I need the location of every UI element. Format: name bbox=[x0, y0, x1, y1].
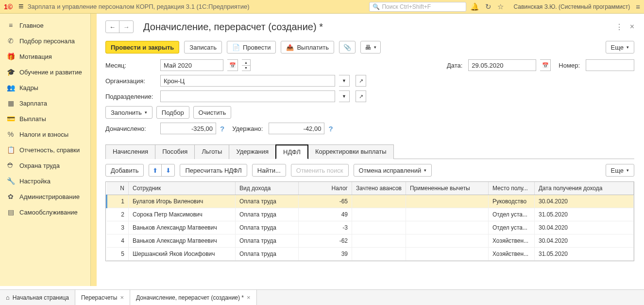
table-row[interactable]: 4Ваньков Александр МатвеевичОплата труда… bbox=[107, 234, 634, 248]
fill-button[interactable]: Заполнить bbox=[105, 106, 153, 119]
menu-icon[interactable]: ≡ bbox=[18, 1, 24, 12]
table-row[interactable]: 3Ваньков Александр МатвеевичОплата труда… bbox=[107, 221, 634, 234]
org-input[interactable]: Крон-Ц bbox=[160, 75, 335, 87]
close-icon[interactable]: × bbox=[630, 22, 634, 32]
nav-label: Зарплата bbox=[19, 100, 47, 107]
nav-icon: 👥 bbox=[7, 84, 15, 91]
nav-label: Администрирование bbox=[19, 193, 80, 200]
pick-button[interactable]: Подбор bbox=[156, 106, 189, 119]
sidebar-item-12[interactable]: ▤Самообслуживание bbox=[0, 204, 90, 220]
tab-5[interactable]: Корректировки выплаты bbox=[308, 144, 394, 159]
tabs: НачисленияПособияЛьготыУдержанияНДФЛКорр… bbox=[105, 144, 634, 159]
pay-button[interactable]: 📤Выплатить bbox=[281, 41, 334, 54]
sidebar-item-3[interactable]: 🎓Обучение и развитие bbox=[0, 64, 90, 80]
nav-label: Отчетность, справки bbox=[19, 146, 80, 154]
col-header[interactable]: Примененные вычеты bbox=[406, 182, 488, 195]
sidebar-item-2[interactable]: 🎁Мотивация bbox=[0, 49, 90, 64]
table-row[interactable]: 1Булатов Игорь ВиленовичОплата труда-65Р… bbox=[107, 195, 634, 208]
accrued-label: Доначислено: bbox=[105, 125, 156, 132]
nav-label: Мотивация bbox=[19, 53, 52, 60]
month-spinner[interactable]: ▲▼ bbox=[242, 59, 251, 71]
table-row[interactable]: 5Шершанский Яков ИосифовичОплата труда39… bbox=[107, 248, 634, 261]
sidebar-item-6[interactable]: 💳Выплаты bbox=[0, 111, 90, 126]
sidebar-item-9[interactable]: ⛑Охрана труда bbox=[0, 158, 90, 173]
tab-2[interactable]: Льготы bbox=[194, 144, 229, 159]
find-button[interactable]: Найти... bbox=[252, 164, 286, 177]
nav-icon: 📋 bbox=[7, 146, 15, 154]
post-close-button[interactable]: Провести и закрыть bbox=[105, 41, 179, 54]
post-button[interactable]: 📄Провести bbox=[227, 41, 276, 54]
col-header[interactable]: Место полу... bbox=[488, 182, 534, 195]
topbar: 1© ≡ Зарплата и управление персоналом КО… bbox=[0, 0, 644, 14]
search-icon: 🔍 bbox=[373, 3, 380, 10]
more-button[interactable]: Еще bbox=[606, 41, 634, 54]
sidebar-item-8[interactable]: 📋Отчетность, справки bbox=[0, 142, 90, 158]
table-more-button[interactable]: Еще bbox=[606, 164, 634, 177]
date-calendar-icon[interactable]: 📅 bbox=[540, 59, 551, 71]
nav-icon: ▦ bbox=[7, 99, 15, 107]
pay-icon: 📤 bbox=[286, 44, 294, 51]
data-table: NСотрудникВид доходаНалогЗачтено авансов… bbox=[105, 181, 634, 261]
back-button[interactable]: ← bbox=[106, 21, 119, 33]
sidebar-item-1[interactable]: ✆Подбор персонала bbox=[0, 33, 90, 49]
forward-button[interactable]: → bbox=[119, 21, 133, 33]
col-header[interactable]: Налог bbox=[299, 182, 352, 195]
tab-4[interactable]: НДФЛ bbox=[275, 144, 308, 159]
search-input[interactable]: 🔍 Поиск Ctrl+Shift+F bbox=[369, 2, 466, 12]
history-icon[interactable]: ↻ bbox=[485, 2, 491, 11]
col-header[interactable]: Дата получения дохода bbox=[534, 182, 633, 195]
print-icon: 🖶 bbox=[365, 44, 371, 51]
dept-open-icon[interactable]: ↗ bbox=[356, 90, 366, 102]
number-input[interactable] bbox=[586, 59, 634, 71]
add-button[interactable]: Добавить bbox=[105, 164, 144, 177]
tab-0[interactable]: Начисления bbox=[105, 144, 155, 159]
date-input[interactable]: 29.05.2020 bbox=[468, 59, 536, 71]
col-header[interactable]: N bbox=[107, 182, 129, 195]
attach-button[interactable]: 📎 bbox=[339, 41, 356, 54]
sidebar-item-10[interactable]: 🔧Настройка bbox=[0, 173, 90, 189]
move-up-icon[interactable]: ⬆ bbox=[149, 164, 162, 176]
calendar-icon[interactable]: 📅 bbox=[227, 59, 238, 71]
nav-icon: 🎁 bbox=[7, 53, 15, 60]
sidebar-item-4[interactable]: 👥Кадры bbox=[0, 80, 90, 95]
main-content: ← → Доначисление, перерасчет (создание) … bbox=[91, 14, 644, 286]
month-label: Месяц: bbox=[105, 62, 156, 69]
sidebar-item-0[interactable]: ≡Главное bbox=[0, 18, 90, 33]
nav-label: Налоги и взносы bbox=[19, 131, 68, 138]
dept-dropdown-icon[interactable]: ▼ bbox=[339, 90, 350, 102]
tab-3[interactable]: Удержания bbox=[229, 144, 276, 159]
print-button[interactable]: 🖶 bbox=[360, 41, 381, 54]
more-menu-icon[interactable]: ⋮ bbox=[615, 22, 623, 32]
table-row[interactable]: 2Сорока Петр МаксимовичОплата труда49Отд… bbox=[107, 208, 634, 221]
help-icon[interactable]: ? bbox=[220, 125, 224, 133]
user-info[interactable]: Савинская З.Ю. (Системный программист) bbox=[513, 3, 630, 10]
accrued-input[interactable]: -325,00 bbox=[160, 123, 216, 134]
org-label: Организация: bbox=[105, 77, 156, 85]
sidebar-item-11[interactable]: ✿Администрирование bbox=[0, 189, 90, 204]
move-down-icon[interactable]: ⬇ bbox=[162, 164, 174, 176]
star-icon[interactable]: ☆ bbox=[497, 2, 504, 11]
nav-label: Охрана труда bbox=[19, 162, 60, 169]
bell-icon[interactable]: 🔔 bbox=[470, 2, 479, 11]
sidebar-item-7[interactable]: %Налоги и взносы bbox=[0, 126, 90, 142]
write-button[interactable]: Записать bbox=[184, 41, 222, 54]
nav-icon: ▤ bbox=[7, 208, 15, 216]
cancel-corrections-button[interactable]: Отмена исправлений bbox=[354, 164, 432, 177]
org-open-icon[interactable]: ↗ bbox=[356, 75, 366, 87]
col-header[interactable]: Зачтено авансов bbox=[352, 182, 406, 195]
withheld-input[interactable]: -42,00 bbox=[269, 123, 324, 134]
document-title: Доначисление, перерасчет (создание) * bbox=[143, 21, 323, 33]
date-label: Дата: bbox=[447, 62, 462, 69]
dept-input[interactable] bbox=[160, 90, 335, 102]
col-header[interactable]: Сотрудник bbox=[129, 182, 236, 195]
settings-icon[interactable]: ≡ bbox=[636, 2, 640, 11]
tab-1[interactable]: Пособия bbox=[155, 144, 195, 159]
org-dropdown-icon[interactable]: ▼ bbox=[339, 75, 350, 87]
clear-button[interactable]: Очистить bbox=[193, 106, 232, 119]
post-icon: 📄 bbox=[232, 44, 240, 51]
sidebar-item-5[interactable]: ▦Зарплата bbox=[0, 95, 90, 111]
col-header[interactable]: Вид дохода bbox=[236, 182, 299, 195]
help-icon-2[interactable]: ? bbox=[328, 125, 333, 133]
recalc-button[interactable]: Пересчитать НДФЛ bbox=[180, 164, 247, 177]
month-input[interactable]: Май 2020 bbox=[160, 59, 223, 71]
